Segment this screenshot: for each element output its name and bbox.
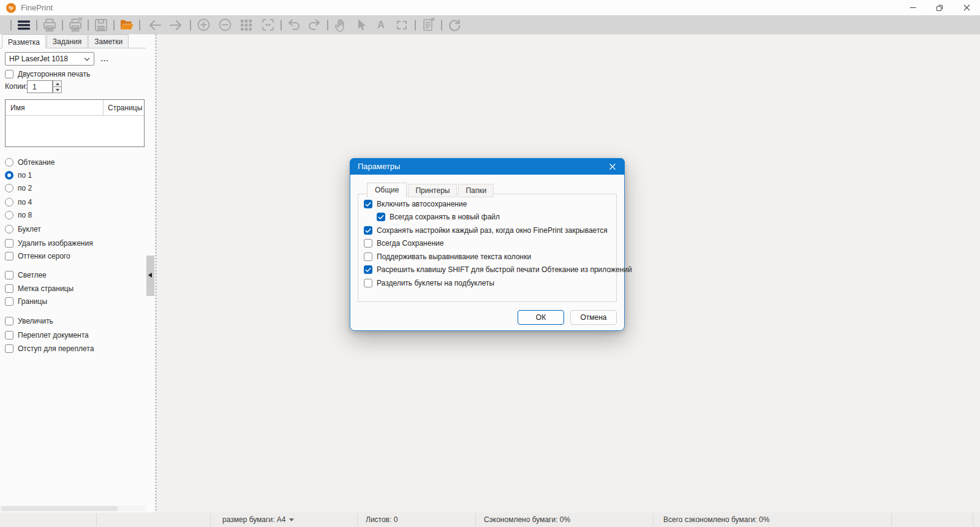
radio-4up[interactable] xyxy=(5,198,13,207)
duplex-checkbox[interactable] xyxy=(5,70,13,78)
zoom-out-icon[interactable] xyxy=(216,17,234,33)
copies-stepper xyxy=(53,80,62,93)
column-pages[interactable]: Страницы xyxy=(104,104,142,112)
tab-jobs[interactable]: Задания xyxy=(47,34,88,48)
nav-forward-icon[interactable] xyxy=(167,17,185,33)
option-row-binding-margin[interactable]: Отступ для переплета xyxy=(5,344,94,353)
refresh-icon[interactable] xyxy=(445,17,464,33)
redo-icon[interactable] xyxy=(305,17,323,33)
paper-size-dropdown[interactable]: размер бумаги: A4 xyxy=(222,512,294,527)
radio-row-4up[interactable]: по 4 xyxy=(5,197,32,207)
radio-row-2up[interactable]: по 2 xyxy=(5,183,32,192)
enlarge-checkbox[interactable] xyxy=(5,317,13,325)
ok-button[interactable]: ОК xyxy=(518,310,564,325)
borders-checkbox[interactable] xyxy=(5,297,13,306)
option-row-page-stamp[interactable]: Метка страницы xyxy=(5,284,74,293)
autosave-checkbox[interactable] xyxy=(364,200,372,208)
cursor-select-icon[interactable] xyxy=(352,17,370,33)
save-icon[interactable] xyxy=(92,17,110,33)
toolbar-separator xyxy=(415,20,416,31)
shift-key-row[interactable]: Расрешить клавишу SHIFT для быстрой печа… xyxy=(364,265,632,275)
radio-1up[interactable] xyxy=(5,171,13,180)
fit-page-icon[interactable] xyxy=(258,17,277,33)
cancel-button[interactable]: Отмена xyxy=(570,310,617,325)
dialog-tab-folders[interactable]: Папки xyxy=(458,184,494,197)
tab-layout[interactable]: Разметка xyxy=(2,34,46,48)
text-tool-icon[interactable]: A xyxy=(372,17,390,33)
jobs-list[interactable]: Имя Страницы xyxy=(5,99,145,147)
app-logo-icon: fp xyxy=(6,3,16,13)
toolbar-separator xyxy=(36,20,37,31)
minimize-button[interactable] xyxy=(899,0,926,15)
radio-booklet[interactable] xyxy=(5,225,13,233)
page-stamp-checkbox[interactable] xyxy=(5,284,13,293)
horizontal-scroll-thumb[interactable] xyxy=(1,506,118,511)
option-row-borders[interactable]: Границы xyxy=(5,297,47,306)
hand-pan-icon[interactable] xyxy=(331,17,350,33)
duplex-checkbox-row[interactable]: Двусторонняя печать xyxy=(5,69,90,78)
dialog-tab-general[interactable]: Общие xyxy=(367,183,407,198)
radio-row-booklet[interactable]: Буклет xyxy=(5,224,41,233)
grayscale-checkbox[interactable] xyxy=(5,252,13,260)
close-button[interactable] xyxy=(953,0,980,15)
save-settings-on-close-checkbox[interactable] xyxy=(364,226,372,235)
column-name[interactable]: Имя xyxy=(6,100,104,115)
shift-key-checkbox[interactable] xyxy=(364,265,372,274)
print-icon[interactable] xyxy=(40,17,59,33)
panel-collapse-handle[interactable] xyxy=(146,256,154,296)
dialog-title: Параметры xyxy=(358,162,400,171)
binding-margin-checkbox[interactable] xyxy=(5,344,13,353)
dialog-tab-bar: Общие Принтеры Папки xyxy=(367,182,495,197)
split-booklets-checkbox[interactable] xyxy=(364,279,372,287)
save-new-file-row[interactable]: Всегда сохранять в новый файл xyxy=(377,212,500,222)
column-alignment-checkbox[interactable] xyxy=(364,252,372,261)
always-save-checkbox[interactable] xyxy=(364,239,372,248)
always-save-row[interactable]: Всегда Сохранение xyxy=(364,238,443,248)
dialog-tab-printers[interactable]: Принтеры xyxy=(408,184,457,197)
grid-layout-icon[interactable] xyxy=(237,17,255,33)
radio-wrap[interactable] xyxy=(5,158,13,167)
check-icon xyxy=(365,228,371,233)
copies-increment-button[interactable] xyxy=(53,80,62,87)
autosave-row[interactable]: Включить автосохранение xyxy=(364,199,467,209)
dialog-title-bar: Параметры xyxy=(350,158,625,175)
left-panel: Разметка Задания Заметки HP LaserJet 101… xyxy=(0,34,156,512)
save-settings-on-close-row[interactable]: Сохранять настройки каждый раз, когда ок… xyxy=(364,226,608,235)
radio-row-8up[interactable]: по 8 xyxy=(5,210,32,219)
open-folder-icon[interactable] xyxy=(118,17,136,33)
radio-row-1up[interactable]: по 1 xyxy=(5,170,32,180)
remove-images-checkbox[interactable] xyxy=(5,239,13,248)
lighter-checkbox[interactable] xyxy=(5,271,13,279)
option-row-grayscale[interactable]: Оттенки серого xyxy=(5,251,70,260)
chevron-down-icon xyxy=(289,518,294,521)
marquee-select-icon[interactable] xyxy=(393,17,411,33)
copies-decrement-button[interactable] xyxy=(53,87,62,93)
delete-job-icon[interactable] xyxy=(66,17,85,33)
radio-2up[interactable] xyxy=(5,184,13,192)
radio-8up[interactable] xyxy=(5,211,13,219)
column-alignment-row[interactable]: Поддерживать выравнивание текста колонки xyxy=(364,252,531,262)
tab-notes[interactable]: Заметки xyxy=(88,34,129,48)
zoom-in-icon[interactable] xyxy=(194,17,213,33)
copies-input[interactable]: 1 xyxy=(27,80,53,93)
split-booklets-row[interactable]: Разделить буклеты на подбуклеты xyxy=(364,278,494,288)
printer-select[interactable]: HP LaserJet 1018 xyxy=(5,52,94,66)
save-new-file-checkbox[interactable] xyxy=(377,213,385,221)
panel-horizontal-scrollbar[interactable] xyxy=(0,506,146,512)
document-binding-checkbox[interactable] xyxy=(5,331,13,339)
nav-back-icon[interactable] xyxy=(146,17,164,33)
option-row-document-binding[interactable]: Переплет документа xyxy=(5,330,89,339)
radio-row-wrap[interactable]: Обтекание xyxy=(5,157,55,167)
option-row-remove-images[interactable]: Удалить изображения xyxy=(5,238,93,248)
toolbar-separator xyxy=(88,20,89,31)
radio-label: по 4 xyxy=(18,198,32,207)
dialog-close-button[interactable] xyxy=(606,161,619,173)
option-row-lighter[interactable]: Светлее xyxy=(5,270,47,279)
printer-more-button[interactable]: ... xyxy=(98,52,111,66)
option-row-enlarge[interactable]: Увеличить xyxy=(5,316,53,325)
undo-icon[interactable] xyxy=(285,17,303,33)
restore-button[interactable] xyxy=(926,0,953,15)
menu-icon[interactable] xyxy=(15,17,33,33)
notes-icon[interactable] xyxy=(419,17,437,33)
status-divider xyxy=(96,514,97,526)
